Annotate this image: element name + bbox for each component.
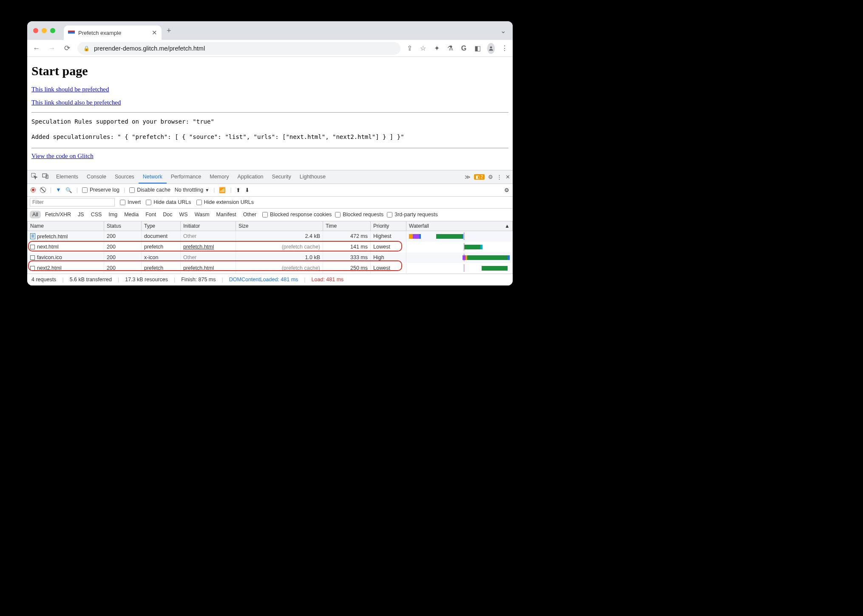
type-filter-font[interactable]: Font [143, 211, 159, 218]
glitch-link[interactable]: View the code on Glitch [31, 153, 94, 159]
type-filter-media[interactable]: Media [122, 211, 141, 218]
devtools-tab-security[interactable]: Security [268, 170, 295, 184]
reload-button[interactable]: ⟳ [62, 44, 72, 53]
column-header-priority[interactable]: Priority [371, 221, 406, 231]
network-footer: 4 requests| 5.6 kB transferred| 17.3 kB … [27, 274, 513, 285]
devtools-kebab-icon[interactable]: ⋮ [497, 174, 502, 180]
type-filter-other[interactable]: Other [241, 211, 259, 218]
type-filter-css[interactable]: CSS [88, 211, 105, 218]
page-content: Start page This link should be prefetche… [27, 57, 513, 170]
network-toolbar-3: AllFetch/XHRJSCSSImgMediaFontDocWSWasmMa… [27, 209, 513, 221]
close-tab-icon[interactable]: ✕ [152, 29, 157, 37]
throttling-select[interactable]: No throttling ▼ [175, 187, 209, 193]
google-icon[interactable]: G [460, 45, 468, 52]
close-window-button[interactable] [33, 28, 38, 33]
devtools-tab-memory[interactable]: Memory [205, 170, 233, 184]
invert-checkbox[interactable]: Invert [120, 199, 141, 205]
column-header-waterfall[interactable]: Waterfall ▲ [406, 221, 513, 231]
footer-dcl: DOMContentLoaded: 481 ms [229, 277, 298, 283]
network-table-wrapper: NameStatusTypeInitiatorSizeTimePriorityW… [27, 221, 513, 274]
network-conditions-icon[interactable]: 📶 [219, 187, 226, 193]
forward-button[interactable]: → [47, 44, 57, 53]
browser-tab[interactable]: Prefetch example ✕ [64, 25, 162, 40]
type-filter-img[interactable]: Img [106, 211, 120, 218]
footer-resources: 17.3 kB resources [125, 277, 168, 283]
column-header-status[interactable]: Status [104, 221, 142, 231]
close-devtools-icon[interactable]: ✕ [505, 174, 510, 180]
favicon-icon [68, 29, 75, 36]
devtools-tab-sources[interactable]: Sources [111, 170, 139, 184]
devtools-tab-network[interactable]: Network [139, 170, 167, 184]
column-header-initiator[interactable]: Initiator [181, 221, 236, 231]
kebab-menu-icon[interactable]: ⋮ [501, 44, 508, 52]
inspect-element-icon[interactable] [30, 173, 39, 181]
svg-rect-1 [68, 31, 75, 32]
export-har-icon[interactable]: ⬇ [245, 187, 250, 193]
network-table: NameStatusTypeInitiatorSizeTimePriorityW… [27, 221, 513, 274]
type-filter-doc[interactable]: Doc [160, 211, 175, 218]
side-panel-icon[interactable]: ◧ [474, 44, 481, 52]
file-icon [30, 245, 35, 249]
hide-extension-urls-checkbox[interactable]: Hide extension URLs [196, 199, 254, 205]
table-row[interactable]: prefetch.html200documentOther2.4 kB472 m… [28, 231, 513, 242]
tabs-menu-icon[interactable]: ⌄ [500, 27, 506, 35]
type-filter-ws[interactable]: WS [176, 211, 190, 218]
divider [31, 112, 508, 113]
disable-cache-checkbox[interactable]: Disable cache [129, 187, 170, 193]
device-toggle-icon[interactable] [41, 173, 50, 181]
table-row[interactable]: next2.html200prefetchprefetch.html(prefe… [28, 263, 513, 274]
toolbar-right: ⇪ ☆ ✦ ⚗ G ◧ ⋮ [406, 43, 508, 54]
prefetch-link-1[interactable]: This link should be prefetched [31, 86, 109, 93]
filter-toggle-icon[interactable]: ▼ [56, 187, 61, 193]
devtools-tab-performance[interactable]: Performance [167, 170, 206, 184]
import-har-icon[interactable]: ⬆ [236, 187, 241, 193]
devtools-tabbar: ElementsConsoleSourcesNetworkPerformance… [27, 170, 513, 184]
settings-icon[interactable]: ⚙ [488, 174, 493, 180]
labs-icon[interactable]: ⚗ [446, 44, 454, 52]
type-filter-fetch-xhr[interactable]: Fetch/XHR [43, 211, 74, 218]
back-button[interactable]: ← [31, 44, 42, 53]
more-tabs-icon[interactable]: ≫ [465, 174, 471, 180]
devtools-tab-lighthouse[interactable]: Lighthouse [295, 170, 330, 184]
search-icon[interactable]: 🔍 [65, 187, 72, 193]
network-toolbar-1: | ▼ 🔍 | Preserve log | Disable cache No … [27, 184, 513, 197]
table-row[interactable]: favicon.ico200x-iconOther1.0 kB333 msHig… [28, 252, 513, 263]
devtools-tab-application[interactable]: Application [233, 170, 267, 184]
column-header-time[interactable]: Time [323, 221, 371, 231]
type-filter-all[interactable]: All [30, 211, 41, 218]
omnibox[interactable]: 🔒 prerender-demos.glitch.me/prefetch.htm… [77, 42, 400, 55]
new-tab-button[interactable]: + [167, 26, 171, 35]
network-settings-icon[interactable]: ⚙ [504, 187, 509, 193]
third-party-checkbox[interactable]: 3rd-party requests [387, 212, 437, 218]
type-filter-wasm[interactable]: Wasm [192, 211, 212, 218]
tab-title: Prefetch example [78, 30, 121, 36]
minimize-window-button[interactable] [42, 28, 47, 33]
lock-icon: 🔒 [83, 45, 90, 51]
hide-data-urls-checkbox[interactable]: Hide data URLs [146, 199, 191, 205]
column-header-type[interactable]: Type [142, 221, 181, 231]
prefetch-link-2[interactable]: This link should also be prefetched [31, 99, 121, 106]
maximize-window-button[interactable] [50, 28, 55, 33]
address-bar: ← → ⟳ 🔒 prerender-demos.glitch.me/prefet… [27, 40, 513, 57]
clear-button[interactable] [40, 187, 46, 193]
titlebar: Prefetch example ✕ + ⌄ [27, 21, 513, 40]
type-filter-js[interactable]: JS [75, 211, 87, 218]
share-icon[interactable]: ⇪ [406, 44, 413, 52]
devtools-tab-elements[interactable]: Elements [52, 170, 82, 184]
blocked-cookies-checkbox[interactable]: Blocked response cookies [262, 212, 332, 218]
filter-input[interactable] [30, 198, 115, 206]
preserve-log-checkbox[interactable]: Preserve log [82, 187, 119, 193]
profile-avatar[interactable] [487, 43, 495, 54]
table-row[interactable]: next.html200prefetchprefetch.html(prefet… [28, 242, 513, 252]
extensions-icon[interactable]: ✦ [433, 44, 440, 52]
issues-badge[interactable]: ◧ 2 [474, 174, 485, 180]
column-header-name[interactable]: Name [28, 221, 104, 231]
record-button[interactable] [31, 187, 36, 192]
svg-rect-2 [68, 34, 75, 35]
type-filter-manifest[interactable]: Manifest [214, 211, 239, 218]
column-header-size[interactable]: Size [236, 221, 323, 231]
bookmark-icon[interactable]: ☆ [419, 44, 427, 52]
blocked-requests-checkbox[interactable]: Blocked requests [335, 212, 383, 218]
devtools-tab-console[interactable]: Console [82, 170, 111, 184]
footer-requests: 4 requests [31, 277, 56, 283]
